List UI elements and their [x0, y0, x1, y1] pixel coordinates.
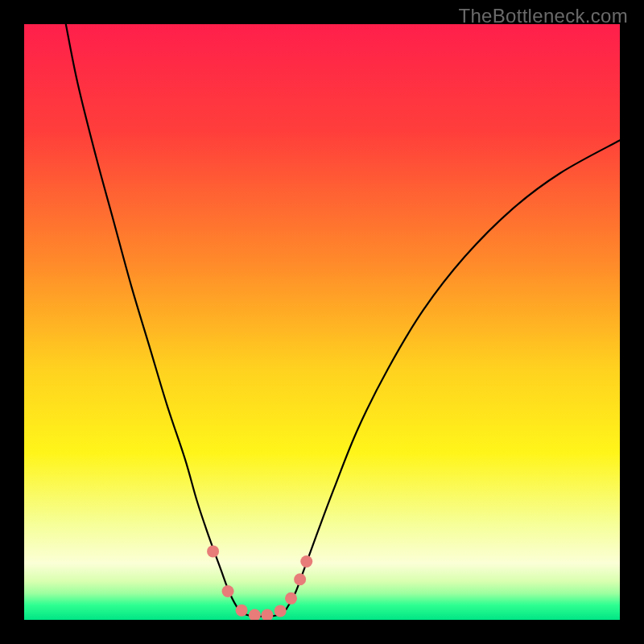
marker-point — [275, 605, 287, 617]
marker-point — [300, 555, 312, 568]
marker-point — [285, 592, 297, 605]
marker-point — [222, 585, 234, 597]
plot-area — [24, 24, 620, 620]
marker-point — [207, 545, 219, 557]
chart-svg — [24, 24, 620, 620]
gradient-background — [24, 24, 620, 620]
marker-point — [236, 605, 248, 617]
marker-point — [294, 573, 306, 585]
